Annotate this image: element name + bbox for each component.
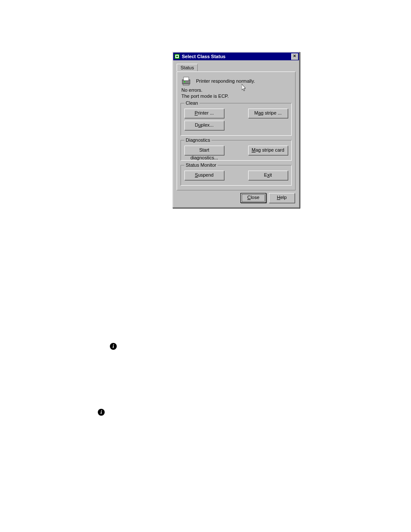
exit-label-rest: it [270, 172, 272, 177]
clean-magstripe-label-rest: g stripe ... [261, 110, 282, 115]
group-clean-legend: Clean [184, 100, 199, 106]
group-clean: Clean Printer ... Mag stripe ... Duplex.… [181, 103, 292, 136]
clean-duplex-button[interactable]: Duplex... [184, 121, 224, 130]
dialog-title: Select Class Status [182, 54, 291, 59]
group-diagnostics-legend: Diagnostics [184, 137, 212, 143]
help-label-rest: elp [280, 195, 287, 200]
errors-line: No errors. [181, 87, 292, 93]
spacer [249, 120, 288, 131]
status-dialog: Select Class Status ✕ Status Printer res… [172, 52, 300, 208]
app-icon [174, 53, 180, 59]
group-diagnostics: Diagnostics Start diagnostics... Mag str… [181, 140, 292, 161]
exit-button[interactable]: Exit [248, 171, 288, 180]
info-icon: i [110, 343, 117, 350]
start-diagnostics-button[interactable]: Start diagnostics... [184, 146, 224, 155]
tab-status[interactable]: Status [177, 64, 198, 71]
close-icon[interactable]: ✕ [291, 53, 298, 60]
group-status-monitor: Status Monitor Suspend Exit [181, 165, 292, 186]
magstripe-card-label-rest: ag stripe card [255, 147, 284, 152]
clean-magstripe-button[interactable]: Mag stripe ... [248, 109, 288, 118]
port-mode-line: The port mode is ECP. [181, 93, 292, 99]
status-row: Printer responding normally. [181, 76, 292, 86]
help-button[interactable]: Help [269, 193, 295, 203]
dialog-body: Status Printer responding normally. No e… [173, 60, 299, 207]
group-monitor-legend: Status Monitor [184, 162, 218, 168]
close-label-rest: lose [251, 195, 259, 200]
titlebar: Select Class Status ✕ [173, 53, 299, 60]
svg-rect-5 [184, 81, 185, 82]
magstripe-card-button[interactable]: Mag stripe card [248, 146, 288, 155]
svg-rect-6 [183, 84, 189, 85]
tab-panel: Printer responding normally. No errors. … [177, 72, 296, 190]
tab-strip: Status [177, 63, 296, 72]
clean-printer-label-rest: rinter ... [198, 110, 214, 115]
close-button[interactable]: Close [240, 193, 266, 203]
svg-rect-2 [176, 56, 178, 57]
svg-rect-4 [184, 77, 189, 81]
clean-printer-button[interactable]: Printer ... [184, 109, 224, 118]
printer-icon [181, 76, 192, 86]
clean-duplex-label-rest: plex... [201, 122, 213, 128]
info-icon: i [98, 409, 105, 416]
suspend-label-rest: uspend [198, 172, 214, 177]
dialog-footer: Close Help [177, 190, 296, 204]
suspend-button[interactable]: Suspend [184, 171, 224, 180]
status-message: Printer responding normally. [196, 78, 255, 84]
cursor-icon [242, 84, 247, 92]
